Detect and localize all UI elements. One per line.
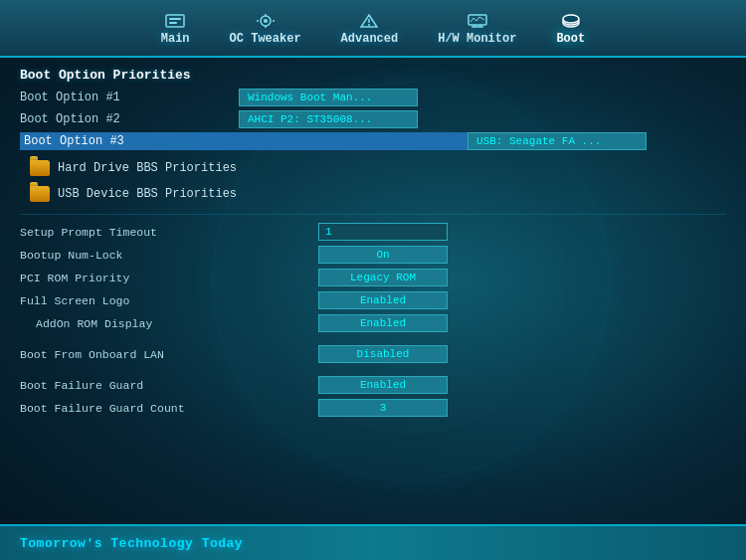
folder-icon-usb (30, 186, 50, 202)
boot-failure-guard-label: Boot Failure Guard (20, 379, 318, 392)
nav-main-label: Main (161, 32, 190, 46)
svg-rect-0 (166, 15, 184, 27)
full-screen-logo-label: Full Screen Logo (20, 294, 318, 307)
bios-content: Boot Option Priorities Boot Option #1 Wi… (0, 58, 746, 524)
pci-rom-label: PCI ROM Priority (20, 272, 318, 284)
main-icon (164, 12, 186, 30)
bootup-numlock-value[interactable]: On (318, 246, 448, 264)
hw-monitor-icon (466, 12, 488, 30)
footer-bar: Tomorrow's Technology Today (0, 524, 746, 560)
nav-hw-label: H/W Monitor (438, 32, 516, 46)
hard-drive-bbs-label: Hard Drive BBS Priorities (58, 161, 237, 175)
boot-failure-guard-value[interactable]: Enabled (318, 376, 448, 394)
bootup-numlock-row: Bootup Num-Lock On (20, 246, 726, 264)
folder-icon-hdd (30, 160, 50, 176)
full-screen-logo-row: Full Screen Logo Enabled (20, 291, 726, 309)
nav-items-container: Main OC Tweaker (0, 12, 746, 46)
addon-rom-display-row: AddOn ROM Display Enabled (20, 314, 726, 332)
top-navigation: Main OC Tweaker (0, 0, 746, 58)
boot-failure-count-label: Boot Failure Guard Count (20, 402, 318, 415)
nav-item-boot[interactable]: Boot (556, 12, 585, 46)
footer-text: Tomorrow's Technology Today (20, 536, 243, 551)
svg-point-18 (563, 15, 579, 23)
nav-item-main[interactable]: Main (161, 12, 190, 46)
boot-option-2-value[interactable]: AHCI P2: ST35008... (239, 110, 418, 128)
boot-option-2-label: Boot Option #2 (20, 112, 239, 126)
boot-option-1-row: Boot Option #1 Windows Boot Man... (20, 89, 726, 106)
setup-prompt-timeout-row: Setup Prompt Timeout 1 (20, 223, 726, 241)
boot-icon (560, 12, 582, 30)
advanced-icon (358, 12, 380, 30)
boot-option-3-row[interactable]: Boot Option #3 USB: Seagate FA ... (20, 132, 726, 150)
full-screen-logo-value[interactable]: Enabled (318, 291, 448, 309)
boot-from-lan-value[interactable]: Disabled (318, 345, 448, 363)
nav-item-hw-monitor[interactable]: H/W Monitor (438, 12, 516, 46)
boot-option-2-row: Boot Option #2 AHCI P2: ST35008... (20, 110, 726, 128)
addon-rom-label: AddOn ROM Display (20, 317, 318, 330)
boot-from-lan-label: Boot From Onboard LAN (20, 348, 318, 361)
bootup-numlock-label: Bootup Num-Lock (20, 249, 318, 262)
spacer-1 (20, 337, 726, 345)
pci-rom-priority-row: PCI ROM Priority Legacy ROM (20, 269, 726, 286)
boot-option-1-value[interactable]: Windows Boot Man... (239, 89, 418, 106)
boot-option-1-label: Boot Option #1 (20, 91, 239, 104)
boot-option-3-value[interactable]: USB: Seagate FA ... (467, 132, 647, 150)
usb-device-bbs-label: USB Device BBS Priorities (58, 187, 237, 201)
pci-rom-value[interactable]: Legacy ROM (318, 269, 448, 286)
boot-option-3-label: Boot Option #3 (20, 132, 467, 150)
nav-item-advanced[interactable]: Advanced (341, 12, 399, 46)
hard-drive-bbs[interactable]: Hard Drive BBS Priorities (30, 160, 726, 176)
boot-from-lan-row: Boot From Onboard LAN Disabled (20, 345, 726, 363)
setup-prompt-label: Setup Prompt Timeout (20, 226, 318, 239)
oc-tweaker-icon (255, 12, 277, 30)
settings-area: Setup Prompt Timeout 1 Bootup Num-Lock O… (20, 214, 726, 422)
nav-advanced-label: Advanced (341, 32, 399, 46)
boot-failure-guard-row: Boot Failure Guard Enabled (20, 376, 726, 394)
setup-prompt-value[interactable]: 1 (318, 223, 448, 241)
usb-device-bbs[interactable]: USB Device BBS Priorities (30, 186, 726, 202)
bios-screen: Main OC Tweaker (0, 0, 746, 560)
section-title: Boot Option Priorities (20, 68, 726, 83)
spacer-2 (20, 368, 726, 376)
nav-boot-label: Boot (556, 32, 585, 46)
svg-point-11 (368, 24, 370, 26)
addon-rom-value[interactable]: Enabled (318, 314, 448, 332)
nav-item-oc-tweaker[interactable]: OC Tweaker (230, 12, 301, 46)
svg-rect-1 (169, 18, 181, 20)
nav-oc-label: OC Tweaker (230, 32, 301, 46)
boot-failure-guard-count-row: Boot Failure Guard Count 3 (20, 399, 726, 417)
boot-failure-count-value[interactable]: 3 (318, 399, 448, 417)
svg-rect-2 (169, 22, 177, 24)
svg-point-4 (264, 19, 268, 23)
